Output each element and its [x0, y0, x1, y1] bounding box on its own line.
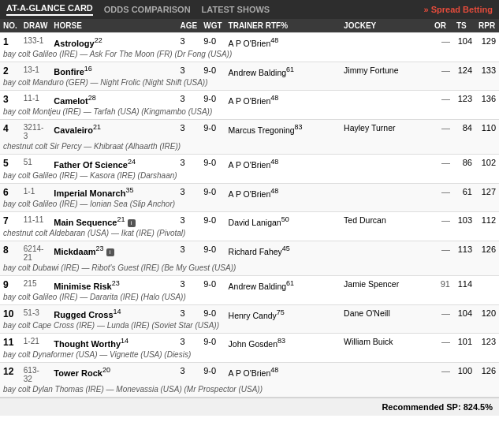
horse-name-cell: Thought Worthy14: [50, 334, 177, 349]
horse-draw: 6214-21: [20, 241, 51, 263]
horse-detail: bay colt Galileo (IRE) — Dararita (IRE) …: [0, 292, 499, 305]
spread-betting-link[interactable]: » Spread Betting: [424, 5, 493, 14]
horse-no: 12: [0, 363, 20, 385]
detail-row: bay colt Dubawi (IRE) — Ribot's Guest (I…: [0, 263, 499, 276]
horse-sup: 24: [128, 158, 136, 166]
table-row: 6 1-1 Imperial Monarch35 3 9-0 A P O'Bri…: [0, 183, 499, 199]
horse-wgt: 9-0: [200, 183, 225, 199]
horse-draw: 133-1: [20, 33, 51, 49]
horse-rpr: 102: [475, 154, 499, 170]
horse-trainer: Henry Candy75: [225, 304, 341, 320]
horse-trainer: A P O'Brien48: [225, 154, 341, 170]
detail-row: bay colt Galileo (IRE) — Dararita (IRE) …: [0, 292, 499, 305]
horse-wgt: 9-0: [200, 62, 225, 77]
horse-sup: 14: [121, 337, 128, 345]
horse-trainer: A P O'Brien48: [225, 363, 341, 385]
horse-draw: 1-21: [20, 334, 51, 349]
horse-jockey: Dane O'Neill: [341, 304, 431, 320]
table-row: 12 613-32 Tower Rock20 3 9-0 A P O'Brien…: [0, 363, 499, 385]
horse-wgt: 9-0: [200, 119, 225, 141]
horse-no: 11: [0, 334, 20, 349]
horse-age: 3: [177, 276, 201, 292]
horse-sup: 23: [96, 245, 104, 252]
table-row: 11 1-21 Thought Worthy14 3 9-0 John Gosd…: [0, 334, 499, 349]
detail-row: bay colt Galileo (IRE) — Kasora (IRE) (D…: [0, 170, 499, 184]
horse-detail: bay colt Dylan Thomas (IRE) — Monevassia…: [0, 384, 499, 398]
horse-draw: 3211-3: [20, 119, 51, 141]
horse-name: Camelot28: [54, 96, 95, 106]
footer: Recommended SP: 824.5%: [0, 398, 499, 416]
horse-or: —: [431, 334, 453, 349]
nav-item-odds-comparison[interactable]: ODDS COMPARISON: [104, 5, 191, 14]
horse-wgt: 9-0: [200, 241, 225, 263]
horse-or: —: [431, 212, 453, 228]
horse-age: 3: [177, 91, 201, 106]
horse-rpr: 127: [475, 183, 499, 199]
col-header-horse: HORSE: [50, 19, 177, 33]
horse-name: Mickdaam23: [54, 247, 103, 256]
table-row: 5 51 Father Of Science24 3 9-0 A P O'Bri…: [0, 154, 499, 170]
horse-detail: chestnut colt Sir Percy — Khibraat (Alha…: [0, 141, 499, 155]
horse-sup: 23: [112, 279, 120, 287]
horse-trainer: A P O'Brien48: [225, 33, 341, 49]
horse-sup: 21: [117, 215, 125, 223]
horse-name-cell: Tower Rock20: [50, 363, 177, 385]
horse-ts: 113: [453, 241, 475, 263]
horse-wgt: 9-0: [200, 33, 225, 49]
col-header-jockey: JOCKEY: [341, 19, 431, 33]
horse-draw: 613-32: [20, 363, 51, 385]
horse-jockey: Jimmy Fortune: [341, 62, 431, 77]
horse-jockey: [341, 241, 431, 263]
horse-trainer: Richard Fahey45: [225, 241, 341, 263]
horse-ts: 61: [453, 183, 475, 199]
horse-detail: bay colt Montjeu (IRE) — Tarfah (USA) (K…: [0, 106, 499, 120]
horse-jockey: Hayley Turner: [341, 119, 431, 141]
detail-row: bay colt Cape Cross (IRE) — Lunda (IRE) …: [0, 320, 499, 334]
horse-name-cell: Rugged Cross14: [50, 304, 177, 320]
horse-name: Thought Worthy14: [54, 339, 128, 349]
horse-trainer: Marcus Tregoning83: [225, 119, 341, 141]
col-header-wgt: WGT: [200, 19, 225, 33]
horse-ts: 84: [453, 119, 475, 141]
horse-no: 1: [0, 33, 20, 49]
horse-ts: 124: [453, 62, 475, 77]
horse-draw: 11-1: [20, 91, 51, 106]
horse-rpr: 112: [475, 212, 499, 228]
horse-draw: 1-1: [20, 183, 51, 199]
info-icon: i: [128, 219, 136, 227]
horse-name: Bonfire16: [54, 67, 92, 77]
race-table: NO. DRAW HORSE AGE WGT TRAINER RTF% JOCK…: [0, 19, 499, 398]
col-header-ts: TS: [453, 19, 475, 33]
horse-draw: 51-3: [20, 304, 51, 320]
horse-no: 7: [0, 212, 20, 228]
horse-no: 2: [0, 62, 20, 77]
detail-row: bay colt Dynaformer (USA) — Vignette (US…: [0, 349, 499, 363]
horse-name-cell: Camelot28: [50, 91, 177, 106]
horse-trainer: Andrew Balding61: [225, 276, 341, 292]
table-row: 7 11-11 Main Sequence21 i 3 9-0 David La…: [0, 212, 499, 228]
horse-rpr: 110: [475, 119, 499, 141]
horse-wgt: 9-0: [200, 304, 225, 320]
nav-item-latest-shows[interactable]: LATEST SHOWS: [202, 5, 270, 14]
horse-age: 3: [177, 154, 201, 170]
horse-detail: bay colt Galileo (IRE) — Kasora (IRE) (D…: [0, 170, 499, 184]
horse-name-cell: Main Sequence21 i: [50, 212, 177, 228]
horse-trainer: David Lanigan50: [225, 212, 341, 228]
horse-wgt: 9-0: [200, 154, 225, 170]
horse-ts: 101: [453, 334, 475, 349]
horse-detail: bay colt Dubawi (IRE) — Ribot's Guest (I…: [0, 263, 499, 276]
horse-wgt: 9-0: [200, 212, 225, 228]
horse-name-cell: Bonfire16: [50, 62, 177, 77]
horse-or: —: [431, 363, 453, 385]
horse-jockey: Ted Durcan: [341, 212, 431, 228]
horse-no: 5: [0, 154, 20, 170]
col-header-trainer: TRAINER RTF%: [225, 19, 341, 33]
horse-or: 91: [431, 276, 453, 292]
nav-item-at-a-glance[interactable]: AT-A-GLANCE CARD: [6, 3, 93, 16]
horse-name: Minimise Risk23: [54, 282, 119, 291]
horse-or: —: [431, 91, 453, 106]
horse-rpr: 120: [475, 304, 499, 320]
table-row: 8 6214-21 Mickdaam23 i 3 9-0 Richard Fah…: [0, 241, 499, 263]
horse-sup: 35: [125, 187, 133, 195]
horse-name: Cavaleiro21: [54, 125, 101, 135]
